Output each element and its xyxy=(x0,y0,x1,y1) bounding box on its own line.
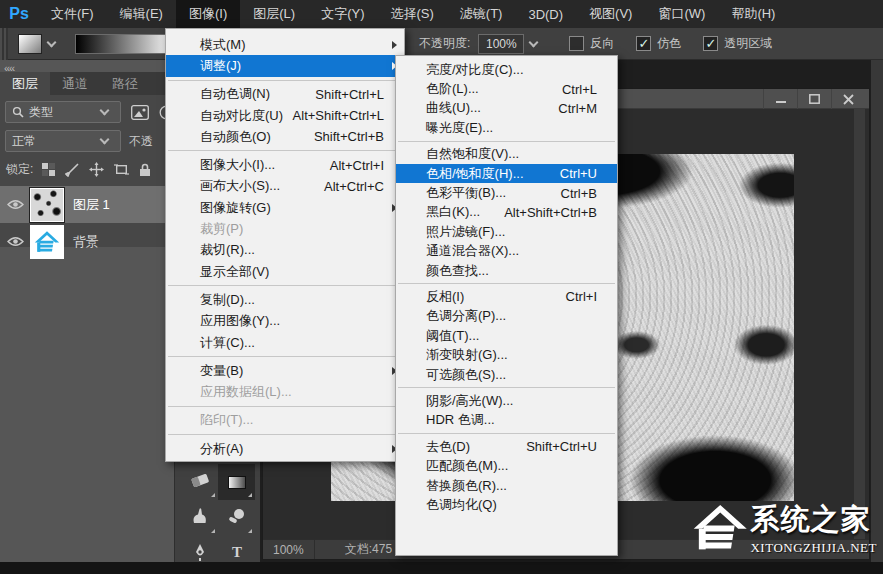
layer-visibility-eye-icon[interactable] xyxy=(0,236,30,247)
filter-image-icon[interactable] xyxy=(131,105,149,120)
layer-row[interactable]: 背景 xyxy=(0,223,174,260)
image-menu-item-auto-tone[interactable]: 自动色调(N)Shift+Ctrl+L xyxy=(166,84,404,105)
menubar-item-select[interactable]: 选择(S) xyxy=(377,0,446,28)
panel-tab-channels[interactable]: 通道 xyxy=(50,72,100,95)
layer-name: 图层 1 xyxy=(73,196,110,214)
adjust-menu-item-vibrance[interactable]: 自然饱和度(V)... xyxy=(396,145,617,164)
gradient-preview[interactable] xyxy=(75,34,175,54)
panel-tab-paths[interactable]: 路径 xyxy=(100,72,150,95)
menubar-item-window[interactable]: 窗口(W) xyxy=(645,0,718,28)
close-button[interactable] xyxy=(831,89,865,109)
dodge-tool[interactable] xyxy=(218,500,255,536)
image-menu-item-variables[interactable]: 变量(B) xyxy=(166,360,404,381)
adjust-menu-item-equalize[interactable]: 色调均化(Q) xyxy=(396,495,617,514)
image-menu-item-crop: 裁剪(P) xyxy=(166,218,404,239)
image-menu-item-mode[interactable]: 模式(M) xyxy=(166,34,404,55)
image-menu-item-trim[interactable]: 裁切(R)... xyxy=(166,240,404,261)
chevron-down-icon[interactable] xyxy=(529,37,539,47)
image-menu-item-adjustments[interactable]: 调整(J) xyxy=(166,55,404,76)
adjust-menu-item-color-lookup[interactable]: 颜色查找... xyxy=(396,261,617,280)
menu-item-shortcut: Ctrl+L xyxy=(562,82,611,97)
layer-row[interactable]: 图层 1 xyxy=(0,186,174,223)
image-menu-item-duplicate[interactable]: 复制(D)... xyxy=(166,289,404,310)
adjust-menu-item-threshold[interactable]: 阈值(T)... xyxy=(396,326,617,345)
maximize-button[interactable] xyxy=(797,89,831,109)
opacity-input[interactable]: 100% xyxy=(478,34,524,54)
minimize-button[interactable] xyxy=(763,89,797,109)
adjust-menu-item-brightness-contrast[interactable]: 亮度/对比度(C)... xyxy=(396,60,617,79)
checkbox-unchecked-icon[interactable] xyxy=(569,36,584,51)
panel-tab-layers[interactable]: 图层 xyxy=(0,72,50,95)
lock-brush-icon[interactable] xyxy=(65,163,79,177)
menubar-item-filter[interactable]: 滤镜(T) xyxy=(447,0,516,28)
adjust-menu-item-channel-mixer[interactable]: 通道混合器(X)... xyxy=(396,242,617,261)
menubar-item-image[interactable]: 图像(I) xyxy=(176,0,240,28)
menu-item-label: 色阶(L)... xyxy=(426,80,479,98)
option-transparency[interactable]: ✓透明区域 xyxy=(703,35,772,52)
dodge-tool-icon xyxy=(228,507,246,529)
image-menu-item-calculations[interactable]: 计算(C)... xyxy=(166,332,404,353)
gradient-tool[interactable] xyxy=(218,464,255,500)
layer-thumbnail[interactable] xyxy=(30,225,64,259)
adjust-menu-item-posterize[interactable]: 色调分离(P)... xyxy=(396,307,617,326)
eraser-tool[interactable] xyxy=(181,464,218,500)
adjust-menu-item-selective-color[interactable]: 可选颜色(S)... xyxy=(396,365,617,384)
image-menu-item-auto-color[interactable]: 自动颜色(O)Shift+Ctrl+B xyxy=(166,126,404,147)
adjust-menu-item-shadows-highlights[interactable]: 阴影/高光(W)... xyxy=(396,391,617,410)
image-menu-dropdown: 模式(M)调整(J)自动色调(N)Shift+Ctrl+L自动对比度(U)Alt… xyxy=(165,28,405,462)
image-menu-item-apply-image[interactable]: 应用图像(Y)... xyxy=(166,311,404,332)
image-menu-item-reveal-all[interactable]: 显示全部(V) xyxy=(166,261,404,282)
lock-move-icon[interactable] xyxy=(89,162,104,177)
image-menu-item-apply-data-set: 应用数据组(L)... xyxy=(166,381,404,402)
adjust-menu-item-photo-filter[interactable]: 照片滤镜(F)... xyxy=(396,222,617,241)
adjust-menu-item-hue-saturation[interactable]: 色相/饱和度(H)...Ctrl+U xyxy=(396,164,617,183)
menubar-item-type[interactable]: 文字(Y) xyxy=(308,0,377,28)
adjust-menu-item-curves[interactable]: 曲线(U)...Ctrl+M xyxy=(396,99,617,118)
menubar-item-help[interactable]: 帮助(H) xyxy=(718,0,788,28)
chevron-down-icon[interactable] xyxy=(47,37,57,47)
adjust-menu-item-invert[interactable]: 反相(I)Ctrl+I xyxy=(396,287,617,306)
adjust-menu-item-color-balance[interactable]: 色彩平衡(B)...Ctrl+B xyxy=(396,183,617,202)
layer-filter-dropdown[interactable]: 类型 xyxy=(5,101,121,123)
adjust-menu-item-replace-color[interactable]: 替换颜色(R)... xyxy=(396,476,617,495)
menu-item-label: 阈值(T)... xyxy=(426,327,479,345)
adjust-menu-item-hdr-toning[interactable]: HDR 色调... xyxy=(396,411,617,430)
menubar-item-view[interactable]: 视图(V) xyxy=(576,0,645,28)
image-menu-item-image-rotation[interactable]: 图像旋转(G) xyxy=(166,197,404,218)
checkbox-checked-icon[interactable]: ✓ xyxy=(703,36,718,51)
adjust-menu-item-exposure[interactable]: 曝光度(E)... xyxy=(396,118,617,137)
menubar-item-layer[interactable]: 图层(L) xyxy=(240,0,308,28)
menubar-item-file[interactable]: 文件(F) xyxy=(38,0,107,28)
layer-thumbnail[interactable] xyxy=(30,188,64,222)
zoom-level-input[interactable]: 100% xyxy=(263,540,315,559)
tool-preset-swatch[interactable] xyxy=(18,34,42,54)
menu-item-label: 可选颜色(S)... xyxy=(426,366,506,384)
menubar-item-edit[interactable]: 编辑(E) xyxy=(107,0,176,28)
lock-transparent-icon[interactable] xyxy=(42,163,55,176)
adjust-menu-item-levels[interactable]: 色阶(L)...Ctrl+L xyxy=(396,79,617,98)
option-dither[interactable]: ✓仿色 xyxy=(636,35,681,52)
option-reverse[interactable]: 反向 xyxy=(569,35,614,52)
adjust-menu-item-match-color[interactable]: 匹配颜色(M)... xyxy=(396,456,617,475)
checkbox-checked-icon[interactable]: ✓ xyxy=(636,36,651,51)
image-menu-item-auto-contrast[interactable]: 自动对比度(U)Alt+Shift+Ctrl+L xyxy=(166,105,404,126)
menubar-item-3d[interactable]: 3D(D) xyxy=(515,0,576,28)
image-menu-item-analysis[interactable]: 分析(A) xyxy=(166,438,404,459)
menu-item-label: 画布大小(S)... xyxy=(200,177,280,195)
menu-item-label: 分析(A) xyxy=(200,440,243,458)
smudge-tool-icon xyxy=(191,507,209,529)
image-menu-item-image-size[interactable]: 图像大小(I)...Alt+Ctrl+I xyxy=(166,154,404,175)
menu-item-label: 黑白(K)... xyxy=(426,203,480,221)
adjust-menu-item-gradient-map[interactable]: 渐变映射(G)... xyxy=(396,345,617,364)
adjust-menu-item-black-white[interactable]: 黑白(K)...Alt+Shift+Ctrl+B xyxy=(396,203,617,222)
smudge-tool[interactable] xyxy=(181,500,218,536)
lock-artboard-icon[interactable] xyxy=(114,163,129,176)
image-menu-item-canvas-size[interactable]: 画布大小(S)...Alt+Ctrl+C xyxy=(166,176,404,197)
menu-separator xyxy=(168,356,402,357)
layer-visibility-eye-icon[interactable] xyxy=(0,199,30,210)
lock-all-icon[interactable] xyxy=(139,163,151,177)
scrollbar-track[interactable] xyxy=(854,109,865,541)
blend-mode-dropdown[interactable]: 正常 xyxy=(5,130,121,152)
submenu-arrow-icon xyxy=(392,41,397,49)
adjust-menu-item-desaturate[interactable]: 去色(D)Shift+Ctrl+U xyxy=(396,437,617,456)
